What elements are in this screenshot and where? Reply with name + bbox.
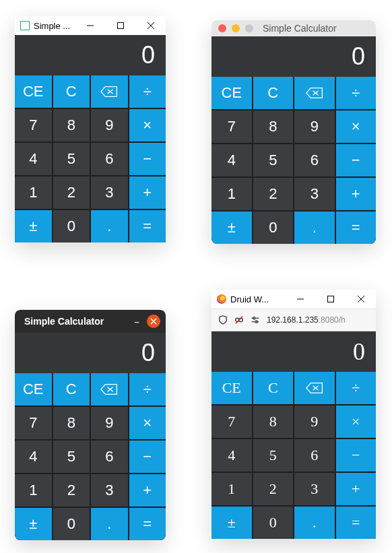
clear-button[interactable]: C <box>53 373 90 405</box>
close-button[interactable] <box>147 315 160 328</box>
digit-0-button[interactable]: 0 <box>53 210 90 242</box>
zoom-button[interactable] <box>245 24 253 32</box>
divide-button[interactable]: ÷ <box>129 373 166 405</box>
digit-9-button[interactable]: 9 <box>294 405 335 438</box>
decimal-button[interactable]: . <box>294 212 335 244</box>
equals-button[interactable]: = <box>129 508 166 540</box>
digit-3-button[interactable]: 3 <box>91 474 128 507</box>
digit-2-button[interactable]: 2 <box>253 178 294 210</box>
decimal-button[interactable]: . <box>294 507 335 539</box>
digit-6-button[interactable]: 6 <box>91 441 128 473</box>
keypad: CE C ÷ 7 8 9 × 4 5 6 − 1 2 3 + ± 0 . <box>211 372 376 539</box>
digit-7-button[interactable]: 7 <box>211 405 252 438</box>
shield-icon[interactable] <box>218 315 228 325</box>
digit-8-button[interactable]: 8 <box>253 110 294 143</box>
backspace-button[interactable] <box>91 373 128 405</box>
digit-2-button[interactable]: 2 <box>53 176 90 209</box>
digit-4-button[interactable]: 4 <box>211 144 252 176</box>
plus-minus-button[interactable]: ± <box>15 508 52 540</box>
digit-1-button[interactable]: 1 <box>211 178 252 210</box>
digit-1-button[interactable]: 1 <box>211 473 252 505</box>
divide-button[interactable]: ÷ <box>336 372 377 404</box>
digit-5-button[interactable]: 5 <box>53 441 90 473</box>
minimize-button[interactable] <box>285 290 315 308</box>
digit-1-button[interactable]: 1 <box>15 474 52 507</box>
minimize-button[interactable] <box>232 24 240 32</box>
multiply-button[interactable]: × <box>129 407 166 439</box>
digit-9-button[interactable]: 9 <box>91 407 128 439</box>
clear-entry-button[interactable]: CE <box>15 75 52 108</box>
calculator: 0 CE C ÷ 7 8 9 × 4 5 6 − 1 2 3 + ± <box>211 331 376 539</box>
close-button[interactable] <box>135 16 166 35</box>
digit-6-button[interactable]: 6 <box>294 144 335 176</box>
digit-9-button[interactable]: 9 <box>294 110 335 143</box>
digit-7-button[interactable]: 7 <box>15 407 52 439</box>
minus-button[interactable]: − <box>129 143 166 175</box>
backspace-button[interactable] <box>294 77 335 109</box>
digit-5-button[interactable]: 5 <box>53 143 90 175</box>
plus-minus-button[interactable]: ± <box>15 210 52 242</box>
minimize-button[interactable] <box>75 16 105 35</box>
plus-button[interactable]: + <box>129 474 166 507</box>
digit-2-button[interactable]: 2 <box>253 473 294 505</box>
digit-8-button[interactable]: 8 <box>253 405 294 438</box>
digit-4-button[interactable]: 4 <box>211 439 252 471</box>
multiply-button[interactable]: × <box>336 405 377 438</box>
multiply-button[interactable]: × <box>336 110 377 143</box>
digit-8-button[interactable]: 8 <box>53 407 90 439</box>
digit-7-button[interactable]: 7 <box>211 110 252 143</box>
digit-1-button[interactable]: 1 <box>15 176 52 209</box>
close-button[interactable] <box>218 24 226 32</box>
maximize-button[interactable] <box>315 290 346 308</box>
tracking-off-icon[interactable] <box>234 315 244 325</box>
digit-5-button[interactable]: 5 <box>253 144 294 176</box>
equals-button[interactable]: = <box>336 507 377 539</box>
divide-button[interactable]: ÷ <box>129 75 166 108</box>
minus-button[interactable]: − <box>129 441 166 473</box>
plus-button[interactable]: + <box>129 176 166 209</box>
backspace-button[interactable] <box>91 75 128 108</box>
maximize-button[interactable] <box>105 16 135 35</box>
clear-button[interactable]: C <box>253 77 294 109</box>
plus-button[interactable]: + <box>336 473 377 505</box>
digit-4-button[interactable]: 4 <box>15 441 52 473</box>
address-bar[interactable]: 192.168.1.235:8080/h <box>267 315 376 325</box>
clear-entry-button[interactable]: CE <box>15 373 52 405</box>
plus-minus-button[interactable]: ± <box>211 507 252 539</box>
minimize-button[interactable]: – <box>127 317 147 327</box>
digit-0-button[interactable]: 0 <box>53 508 90 540</box>
backspace-button[interactable] <box>294 372 335 404</box>
digit-5-button[interactable]: 5 <box>253 439 294 471</box>
display: 0 <box>211 331 376 372</box>
clear-entry-button[interactable]: CE <box>211 372 252 404</box>
digit-4-button[interactable]: 4 <box>15 143 52 175</box>
close-button[interactable] <box>346 290 376 308</box>
digit-3-button[interactable]: 3 <box>294 473 335 505</box>
equals-button[interactable]: = <box>336 212 377 244</box>
plus-button[interactable]: + <box>336 178 377 210</box>
clear-entry-button[interactable]: CE <box>211 77 252 109</box>
digit-6-button[interactable]: 6 <box>91 143 128 175</box>
minus-button[interactable]: − <box>336 439 377 471</box>
digit-7-button[interactable]: 7 <box>15 109 52 141</box>
multiply-button[interactable]: × <box>129 109 166 141</box>
equals-button[interactable]: = <box>129 210 166 242</box>
titlebar: Druid W... <box>211 290 376 308</box>
plus-minus-button[interactable]: ± <box>211 212 252 244</box>
svg-rect-1 <box>117 23 123 29</box>
digit-2-button[interactable]: 2 <box>53 474 90 507</box>
digit-3-button[interactable]: 3 <box>294 178 335 210</box>
clear-button[interactable]: C <box>53 75 90 108</box>
digit-9-button[interactable]: 9 <box>91 109 128 141</box>
decimal-button[interactable]: . <box>91 508 128 540</box>
minus-button[interactable]: − <box>336 144 377 176</box>
digit-3-button[interactable]: 3 <box>91 176 128 209</box>
decimal-button[interactable]: . <box>91 210 128 242</box>
clear-button[interactable]: C <box>253 372 294 404</box>
digit-8-button[interactable]: 8 <box>53 109 90 141</box>
divide-button[interactable]: ÷ <box>336 77 377 109</box>
settings-icon[interactable] <box>251 315 260 325</box>
digit-6-button[interactable]: 6 <box>294 439 335 471</box>
digit-0-button[interactable]: 0 <box>253 212 294 244</box>
digit-0-button[interactable]: 0 <box>253 507 294 539</box>
